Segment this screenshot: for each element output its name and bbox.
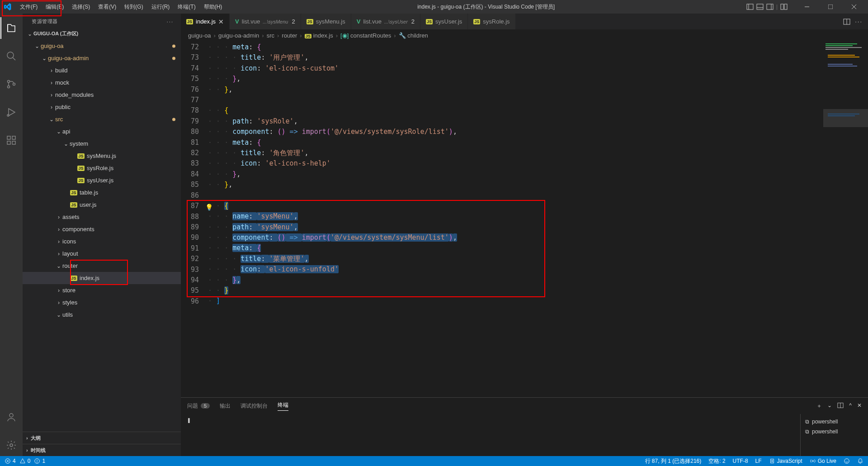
file-item[interactable]: JSsysUser.js — [23, 174, 181, 186]
panel-tab[interactable]: 终端 — [278, 401, 288, 411]
status-cursor[interactable]: 行 87, 列 1 (已选择216) — [645, 457, 702, 465]
account-icon[interactable] — [0, 406, 22, 428]
folder-item[interactable]: ⌄utils — [23, 309, 181, 321]
svg-rect-9 — [828, 5, 833, 9]
split-terminal-icon[interactable] — [837, 402, 844, 410]
close-tab-icon[interactable]: ✕ — [218, 18, 224, 25]
folder-item[interactable]: ›build — [23, 64, 181, 76]
file-item[interactable]: JSuser.js — [23, 199, 181, 211]
status-eol[interactable]: LF — [755, 458, 762, 464]
folder-item[interactable]: ›styles — [23, 296, 181, 309]
split-editor-icon[interactable] — [843, 18, 850, 25]
folder-item[interactable]: ›node_modules — [23, 89, 181, 101]
panel-tab[interactable]: 问题5 — [187, 402, 210, 410]
menu-item[interactable]: 转到(G) — [121, 1, 146, 13]
folder-item[interactable]: ⌄router — [23, 260, 181, 272]
modified-dot-icon — [172, 57, 175, 60]
new-terminal-icon[interactable]: ＋ — [816, 402, 822, 410]
status-spaces[interactable]: 空格: 2 — [708, 457, 725, 465]
svg-rect-4 — [767, 4, 773, 10]
breadcrumb-item[interactable]: JSindex.js — [305, 32, 333, 39]
explorer-icon[interactable] — [0, 17, 22, 39]
folder-item[interactable]: ›store — [23, 284, 181, 296]
file-item[interactable]: JSsysRole.js — [23, 162, 181, 174]
panel-tab[interactable]: 输出 — [220, 402, 231, 410]
editor-tab[interactable]: JSsysMenu.js — [301, 14, 351, 29]
source-control-icon[interactable] — [0, 73, 22, 95]
folder-item[interactable]: ›layout — [23, 247, 181, 260]
breadcrumb-item[interactable]: guigu-oa-admin — [218, 32, 259, 39]
maximize-button[interactable] — [820, 0, 841, 14]
svg-rect-30 — [826, 49, 848, 50]
status-errors[interactable]: 4 0 1 — [5, 458, 45, 464]
chevron-right-icon: › — [55, 226, 62, 233]
file-item[interactable]: JStable.js — [23, 186, 181, 199]
js-file-icon: JS — [426, 19, 433, 24]
folder-item[interactable]: ›components — [23, 223, 181, 235]
extensions-icon[interactable] — [0, 129, 22, 151]
minimize-button[interactable] — [797, 0, 817, 14]
js-file-icon: JS — [307, 19, 313, 24]
sidebar-more-icon[interactable]: ··· — [167, 19, 174, 24]
folder-item[interactable]: ›assets — [23, 211, 181, 223]
editor-tab[interactable]: JSsysRole.js — [468, 14, 515, 29]
menu-item[interactable]: 运行(R) — [148, 1, 174, 13]
minimap[interactable] — [823, 41, 868, 397]
folder-item[interactable]: ›icons — [23, 235, 181, 247]
panel-tab[interactable]: 调试控制台 — [241, 402, 268, 410]
editor-tab[interactable]: JSsysUser.js — [420, 14, 468, 29]
breadcrumb-item[interactable]: guigu-oa — [188, 32, 211, 39]
folder-item[interactable]: ⌄guigu-oa-admin — [23, 52, 181, 64]
breadcrumb-item[interactable]: src — [267, 32, 274, 39]
js-file-icon: JS — [70, 276, 78, 281]
terminal-dropdown-icon[interactable]: ⌄ — [827, 402, 832, 410]
breadcrumb[interactable]: guigu-oa›guigu-oa-admin›src›router›JSind… — [181, 29, 868, 41]
folder-item[interactable]: ⌄src — [23, 113, 181, 125]
run-debug-icon[interactable] — [0, 101, 22, 123]
status-language[interactable]: JavaScript — [769, 458, 802, 464]
timeline-section[interactable]: ›时间线 — [23, 444, 181, 456]
editor-tab[interactable]: JSindex.js✕ — [181, 14, 230, 29]
workspace-root[interactable]: ⌄ GUIGU-OA (工作区) — [23, 28, 181, 40]
menu-item[interactable]: 查看(V) — [94, 1, 120, 13]
status-bell-icon[interactable] — [857, 458, 863, 464]
terminal-body[interactable]: ❚ — [181, 414, 800, 456]
maximize-panel-icon[interactable]: ^ — [849, 402, 852, 410]
breadcrumb-item[interactable]: 🔧 children — [399, 32, 428, 39]
code-editor[interactable]: · · · meta: {· · · · title: '用户管理',· · ·… — [208, 41, 823, 397]
folder-item[interactable]: ⌄system — [23, 138, 181, 150]
svg-point-46 — [812, 460, 814, 462]
outline-section[interactable]: ›大纲 — [23, 432, 181, 444]
folder-item[interactable]: ⌄guigu-oa — [23, 40, 181, 52]
chevron-down-icon: ⌄ — [26, 31, 33, 37]
menu-item[interactable]: 文件(F) — [16, 1, 41, 13]
breadcrumb-item[interactable]: [◉] constantRoutes — [340, 32, 391, 39]
file-item[interactable]: JSindex.js — [23, 272, 181, 284]
file-item[interactable]: JSsysMenu.js — [23, 150, 181, 162]
svg-rect-33 — [828, 64, 853, 65]
folder-item[interactable]: ⌄api — [23, 125, 181, 138]
folder-item[interactable]: ›mock — [23, 76, 181, 89]
editor-tab[interactable]: Vlist.vue...\sysUser2 — [351, 14, 420, 29]
folder-item[interactable]: ›public — [23, 101, 181, 113]
status-feedback-icon[interactable] — [844, 458, 850, 464]
status-golive[interactable]: Go Live — [810, 458, 836, 464]
menu-item[interactable]: 选择(S) — [68, 1, 94, 13]
settings-gear-icon[interactable] — [0, 434, 22, 456]
menu-item[interactable]: 终端(T) — [174, 1, 199, 13]
close-button[interactable] — [844, 0, 864, 14]
status-encoding[interactable]: UTF-8 — [733, 458, 748, 464]
editor-tab[interactable]: Vlist.vue...\sysMenu2 — [230, 14, 301, 29]
close-panel-icon[interactable]: ✕ — [857, 402, 862, 410]
breadcrumb-item[interactable]: router — [282, 32, 297, 39]
terminal-entry[interactable]: ⧉powershell — [805, 427, 863, 437]
more-actions-icon[interactable]: ··· — [855, 18, 863, 25]
menu-item[interactable]: 帮助(H) — [200, 1, 226, 13]
search-icon[interactable] — [0, 45, 22, 67]
menu-item[interactable]: 编辑(E) — [42, 1, 67, 13]
terminal-entry[interactable]: ⧉powershell — [805, 417, 863, 427]
svg-rect-21 — [12, 141, 15, 144]
file-tree: ⌄ GUIGU-OA (工作区) ⌄guigu-oa⌄guigu-oa-admi… — [23, 28, 181, 432]
chevron-right-icon: › — [48, 104, 55, 110]
layout-controls[interactable]: | — [746, 3, 788, 10]
